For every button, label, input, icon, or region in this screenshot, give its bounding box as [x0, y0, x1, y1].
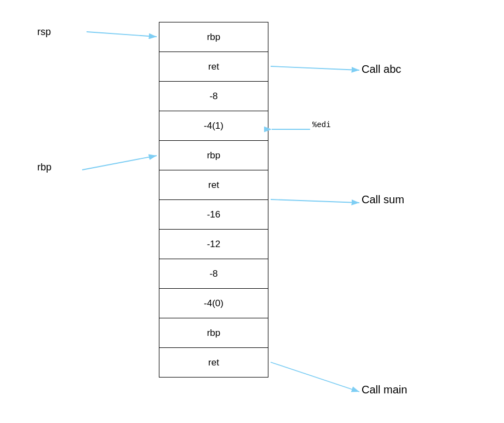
cell-neg16: -16 — [159, 200, 268, 230]
table-row: -8 — [159, 82, 268, 111]
table-row: ret — [159, 170, 268, 200]
table-row: ret — [159, 348, 268, 378]
rsp-arrow — [87, 32, 157, 37]
edi-label: %edi — [312, 121, 331, 129]
cell-rbp-bot: rbp — [159, 318, 268, 348]
cell-neg12: -12 — [159, 230, 268, 259]
call-sum-arrow — [271, 199, 359, 203]
diagram-container: rbpret-8-4(1)rbpret-16-12-8-4(0)rbpret r… — [0, 0, 504, 423]
cell-neg8-abc: -8 — [159, 82, 268, 111]
cell-ret-main: ret — [159, 348, 268, 378]
table-row: -8 — [159, 259, 268, 289]
table-row: -12 — [159, 230, 268, 259]
table-row: ret — [159, 52, 268, 82]
table-row: -4(0) — [159, 289, 268, 318]
cell-neg4-1: -4(1) — [159, 111, 268, 141]
cell-ret-abc: ret — [159, 52, 268, 82]
cell-rbp-mid: rbp — [159, 141, 268, 170]
rsp-label: rsp — [37, 26, 51, 38]
cell-ret-sum: ret — [159, 170, 268, 200]
rbp-label: rbp — [37, 162, 51, 173]
cell-rbp-top: rbp — [159, 22, 268, 52]
call-main-label: Call main — [362, 384, 407, 396]
table-row: rbp — [159, 22, 268, 52]
call-sum-label: Call sum — [362, 193, 404, 206]
cell-neg8-sum: -8 — [159, 259, 268, 289]
stack-table: rbpret-8-4(1)rbpret-16-12-8-4(0)rbpret — [159, 22, 268, 378]
table-row: rbp — [159, 318, 268, 348]
call-abc-arrow — [271, 66, 359, 70]
cell-neg4-0: -4(0) — [159, 289, 268, 318]
table-row: -16 — [159, 200, 268, 230]
call-main-arrow — [271, 362, 359, 392]
rbp-arrow — [82, 156, 157, 170]
call-abc-label: Call abc — [362, 63, 401, 76]
table-row: -4(1) — [159, 111, 268, 141]
table-row: rbp — [159, 141, 268, 170]
